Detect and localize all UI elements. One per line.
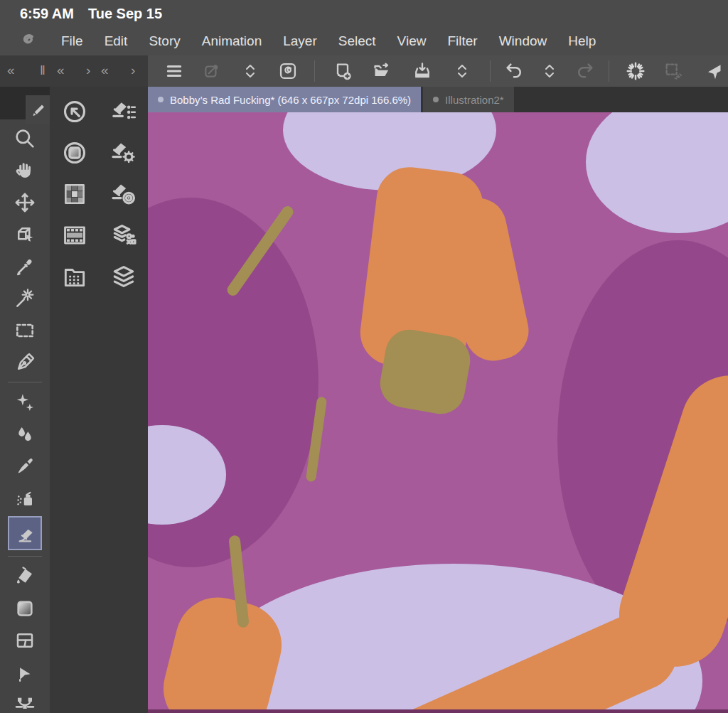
edit-externally-icon	[200, 59, 224, 83]
sub-view-icon[interactable]	[50, 132, 99, 173]
layer-icon[interactable]	[99, 256, 148, 297]
tool-move[interactable]	[9, 186, 41, 218]
unsaved-dot-icon	[158, 97, 164, 102]
clock-time: 6:59 AM	[20, 6, 74, 22]
brush-size-icon[interactable]	[99, 173, 148, 215]
tool-palette	[0, 87, 50, 713]
tool-blend[interactable]	[9, 418, 41, 450]
tool-zoom[interactable]	[9, 122, 41, 154]
collapse-left-icon[interactable]: «	[57, 61, 65, 80]
menu-help[interactable]: Help	[568, 33, 596, 49]
canvas-artwork[interactable]	[148, 112, 728, 713]
save-expand-icon[interactable]	[450, 59, 474, 83]
save-icon[interactable]	[410, 59, 434, 83]
menu-edit[interactable]: Edit	[105, 33, 128, 49]
tool-decoration[interactable]	[9, 386, 41, 418]
tool-gradient[interactable]	[9, 592, 41, 624]
clip-studio-logo-icon[interactable]	[18, 32, 40, 50]
material-icon[interactable]	[50, 256, 99, 297]
redo-icon	[573, 59, 597, 83]
tool-divider	[8, 556, 42, 557]
layer-property-icon[interactable]	[99, 215, 148, 256]
menu-file[interactable]: File	[61, 33, 83, 49]
tool-palette-header	[0, 87, 50, 119]
tool-hand[interactable]	[9, 154, 41, 186]
artwork-shape	[148, 709, 728, 713]
cursor-arrow-icon[interactable]	[700, 59, 724, 83]
tool-eraser[interactable]	[8, 516, 42, 550]
clip-studio-app-icon[interactable]	[276, 59, 300, 83]
quick-access-icon[interactable]	[50, 91, 99, 132]
collapse-left-icon[interactable]: «	[7, 61, 15, 80]
tool-pen[interactable]	[9, 346, 41, 378]
tool-correct-line[interactable]	[9, 688, 41, 713]
sub-tool-icon[interactable]	[99, 91, 148, 132]
tool-airbrush[interactable]	[9, 482, 41, 514]
menu-story[interactable]: Story	[149, 33, 180, 49]
undo-icon[interactable]	[502, 59, 526, 83]
unsaved-dot-icon	[433, 97, 439, 102]
expand-right-icon[interactable]: ›	[86, 61, 90, 80]
new-document-icon[interactable]	[331, 59, 355, 83]
tool-divider	[8, 382, 42, 382]
menu-select[interactable]: Select	[338, 33, 376, 49]
tool-fill[interactable]	[9, 560, 41, 592]
tool-auto-select[interactable]	[9, 282, 41, 314]
tool-object[interactable]	[9, 218, 41, 250]
tab-label: Bobby’s Rad Fucking* (646 x 667px 72dpi …	[170, 94, 411, 106]
tool-property-icon[interactable]	[99, 132, 148, 173]
tool-brush[interactable]	[9, 450, 41, 482]
artwork-shape	[376, 326, 473, 417]
color-set-icon[interactable]	[50, 173, 99, 215]
palette-launcher-bar	[50, 87, 148, 713]
tab-label: Illustration2*	[445, 94, 504, 106]
toolbar-expand-icon[interactable]	[238, 59, 262, 83]
panel-handle-icon[interactable]: ‖	[40, 61, 46, 80]
menu-bar: File Edit Story Animation Layer Select V…	[0, 27, 728, 55]
toolbar-main	[148, 55, 728, 87]
tool-frame-border[interactable]	[9, 624, 41, 656]
open-file-icon[interactable]	[370, 59, 395, 83]
tool-figure[interactable]	[9, 656, 41, 688]
tool-eyedropper[interactable]	[9, 250, 41, 282]
toolbar-menu-icon[interactable]	[162, 59, 186, 83]
undo-expand-icon[interactable]	[537, 59, 562, 83]
panel-collapse-strip: « ‖ « › « ›	[0, 55, 148, 87]
status-bar: 6:59 AM Tue Sep 15	[0, 0, 728, 27]
expand-right-icon[interactable]: ›	[131, 61, 135, 80]
menu-animation[interactable]: Animation	[202, 33, 262, 49]
tool-marquee[interactable]	[9, 314, 41, 346]
menu-filter[interactable]: Filter	[447, 33, 477, 49]
current-tool-pencil-icon[interactable]	[26, 95, 50, 124]
toolbar: « ‖ « › « ›	[0, 55, 728, 87]
tab-document-2[interactable]: Illustration2*	[423, 87, 514, 112]
document-tab-bar: Bobby’s Rad Fucking* (646 x 667px 72dpi …	[148, 87, 728, 112]
auto-action-icon	[661, 59, 685, 83]
tab-document-1[interactable]: Bobby’s Rad Fucking* (646 x 667px 72dpi …	[148, 87, 421, 112]
menu-view[interactable]: View	[397, 33, 427, 49]
menu-window[interactable]: Window	[499, 33, 547, 49]
processing-spinner-icon	[623, 59, 648, 83]
collapse-left-icon[interactable]: «	[101, 61, 109, 80]
clock-date: Tue Sep 15	[88, 6, 162, 22]
timeline-icon[interactable]	[50, 215, 99, 256]
menu-layer[interactable]: Layer	[283, 33, 317, 49]
artwork-shape	[586, 112, 728, 233]
